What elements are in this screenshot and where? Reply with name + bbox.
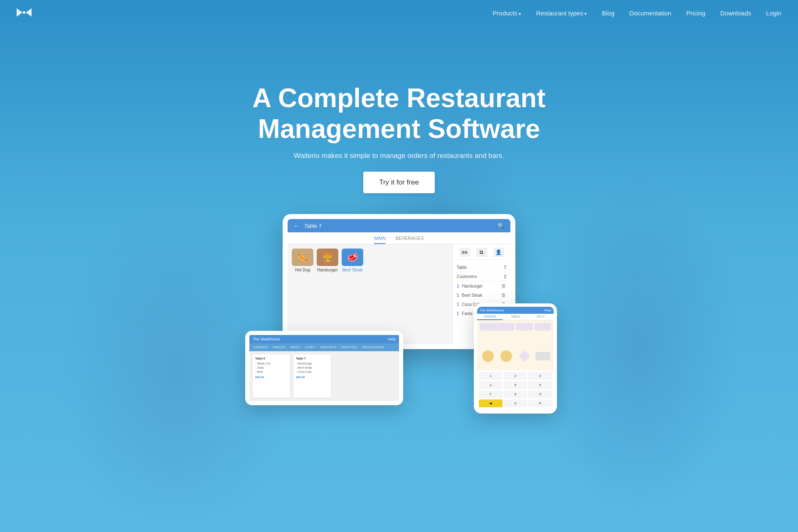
nav-item-restaurant-types[interactable]: Restaurant types — [536, 10, 587, 17]
floor-table-rect[interactable] — [535, 352, 550, 360]
menu-item-hamburger[interactable]: 🍔 Hamburger — [317, 249, 338, 272]
nav-item-documentation[interactable]: Documentation — [629, 10, 671, 17]
hero-subtitle: Waiterio makes it simple to manage order… — [294, 152, 504, 160]
numpad-3[interactable]: 3 — [528, 372, 552, 380]
tablet-small-mockup: The Steakhouse Help ORDERS TABLES MENU S… — [245, 331, 403, 405]
floor-table-3[interactable] — [534, 323, 551, 330]
phone-numpad: 1 2 3 4 5 6 7 8 9 ◀ — [477, 370, 554, 410]
numpad-0[interactable]: 0 — [504, 399, 527, 407]
ts-table-7-total: $40.00 — [296, 376, 328, 379]
floor-table-circle2[interactable] — [500, 350, 512, 362]
burger-thumb: 🍔 — [317, 249, 338, 266]
tab-beverages[interactable]: BEVERAGES — [396, 236, 424, 244]
menu-item-steak[interactable]: 🥩 Beef Steak — [342, 249, 363, 272]
order-icon-3[interactable]: 👤 — [493, 248, 504, 257]
nav-link-downloads[interactable]: Downloads — [720, 10, 751, 17]
qty-fanta: 1 — [457, 311, 459, 316]
floor-table-2[interactable] — [516, 323, 533, 330]
nav-item-downloads[interactable]: Downloads — [720, 10, 751, 17]
bowtie-icon — [17, 8, 32, 17]
nav-link-login[interactable]: Login — [766, 10, 781, 17]
numpad-6[interactable]: 6 — [528, 381, 552, 389]
ts-nav-menu[interactable]: MENU — [288, 345, 302, 350]
order-item-steak: 1 Beef Steak 🗑 — [456, 291, 507, 300]
customers-label: Customers — [457, 274, 477, 279]
ts-nav-printing[interactable]: PRINTING — [340, 345, 359, 350]
menu-item-hotdog[interactable]: 🌭 Hot Dog — [292, 249, 313, 272]
floor-table-diamond[interactable] — [519, 350, 530, 362]
numpad-4[interactable]: 4 — [479, 381, 502, 389]
phone-help: Help — [544, 308, 551, 312]
numpad-clear[interactable]: ✕ — [528, 399, 552, 407]
nav-item-login[interactable]: Login — [766, 10, 781, 17]
numpad-yellow-left[interactable]: ◀ — [479, 399, 502, 407]
steak-label: Beef Steak — [342, 268, 363, 272]
svg-point-2 — [23, 11, 25, 14]
ts-nav-staff[interactable]: STAFF — [303, 345, 317, 350]
table-value: 7 — [504, 265, 506, 270]
ts-body: Table 6 - Steak (×2) - Soda - Beer $50.0… — [249, 351, 399, 401]
name-hamburger: Hamburger — [461, 284, 483, 288]
numpad-2[interactable]: 2 — [504, 372, 527, 380]
numpad-row-3: 7 8 9 — [479, 390, 552, 398]
svg-marker-1 — [26, 8, 32, 17]
ts-table-7-title: Table 7 — [296, 357, 328, 360]
cta-button[interactable]: Try it for free — [363, 172, 435, 193]
phone-tabs: ORDERS TABLE SPLIT — [477, 314, 554, 320]
logo[interactable] — [17, 8, 32, 18]
numpad-9[interactable]: 9 — [528, 390, 552, 398]
nav-item-blog[interactable]: Blog — [602, 10, 614, 17]
ts-table-6-title: Table 6 — [255, 357, 288, 360]
search-icon[interactable]: 🔍 — [498, 222, 505, 229]
hero-title: A Complete Restaurant Management Softwar… — [252, 83, 545, 144]
hotdog-thumb: 🌭 — [292, 249, 313, 266]
ts-nav-tables[interactable]: TABLES — [271, 345, 287, 350]
ts-header-bar: The Steakhouse Help — [249, 335, 399, 343]
nav-link-blog[interactable]: Blog — [602, 10, 614, 17]
nav-item-pricing[interactable]: Pricing — [686, 10, 705, 17]
delete-hamburger-icon[interactable]: 🗑 — [501, 283, 506, 289]
order-icon-1[interactable]: ≡≡ — [459, 248, 470, 257]
numpad-row-2: 4 5 6 — [479, 381, 552, 389]
hamburger-label: Hamburger — [317, 268, 338, 272]
numpad-row-4: ◀ 0 ✕ — [479, 399, 552, 407]
ts-nav-orders[interactable]: ORDERS — [252, 345, 269, 350]
ts-nav-restaurant[interactable]: RESTAURANT — [360, 345, 386, 350]
nav-item-products[interactable]: Products — [493, 10, 521, 17]
hero-section: A Complete Restaurant Management Softwar… — [0, 0, 798, 532]
ts-table-7-line3: - Coca Cola — [296, 370, 328, 374]
numpad-8[interactable]: 8 — [504, 390, 527, 398]
table-label: Table — [457, 265, 467, 270]
ts-app-name: The Steakhouse — [253, 337, 280, 341]
ts-help-label: Help — [388, 337, 396, 341]
ts-nav-reports[interactable]: REPORTS — [319, 345, 338, 350]
qty-hamburger: 1 — [457, 284, 459, 288]
floor-table-circle1[interactable] — [482, 350, 494, 362]
nav-link-pricing[interactable]: Pricing — [686, 10, 705, 17]
numpad-7[interactable]: 7 — [479, 390, 502, 398]
floor-table-1[interactable] — [480, 323, 515, 330]
app-tabs: MAIN BEVERAGES — [288, 232, 510, 244]
phone-tab-orders[interactable]: ORDERS — [477, 314, 502, 320]
nav-link-restaurant-types[interactable]: Restaurant types — [536, 10, 587, 17]
steak-thumb: 🥩 — [342, 249, 363, 266]
phone-header-bar: The Steakhouse Help — [477, 307, 554, 314]
order-icon-2[interactable]: ⧉ — [476, 248, 487, 257]
numpad-5[interactable]: 5 — [504, 381, 527, 389]
numpad-1[interactable]: 1 — [479, 372, 502, 380]
phone-mockup: The Steakhouse Help ORDERS TABLE SPLIT — [474, 303, 557, 414]
tab-main[interactable]: MAIN — [374, 236, 386, 244]
ts-table-6-line3: - Beer — [255, 370, 288, 374]
delete-steak-icon[interactable]: 🗑 — [501, 292, 506, 298]
phone-tab-table[interactable]: TABLE — [502, 314, 528, 320]
svg-marker-0 — [17, 8, 22, 17]
qty-steak: 1 — [457, 293, 459, 298]
ts-nav-bar: ORDERS TABLES MENU STAFF REPORTS PRINTIN… — [249, 343, 399, 351]
order-panel-icons: ≡≡ ⧉ 👤 — [456, 248, 507, 260]
nav-link-products[interactable]: Products — [493, 10, 521, 17]
nav-link-documentation[interactable]: Documentation — [629, 10, 671, 17]
phone-tab-split[interactable]: SPLIT — [528, 314, 554, 320]
phone-app-name: The Steakhouse — [480, 308, 504, 312]
app-header-title: Table 7 — [304, 223, 494, 229]
hero-content: A Complete Restaurant Management Softwar… — [252, 83, 545, 193]
